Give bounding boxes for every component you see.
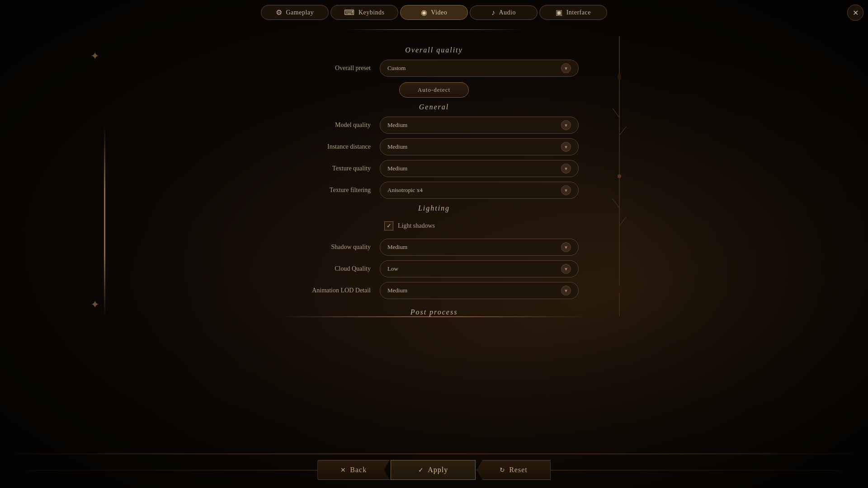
texture-filtering-row: Texture filtering Anisotropic x4 ▼ bbox=[280, 182, 588, 199]
lighting-heading: Lighting bbox=[280, 204, 588, 212]
bottom-buttons: ✕ Back ✓ Apply ↻ Reset bbox=[317, 460, 550, 480]
shadow-quality-row: Shadow quality Medium ▼ bbox=[280, 239, 588, 256]
overall-quality-section: Overall quality Overall preset Custom ▼ … bbox=[280, 46, 588, 98]
cloud-quality-label: Cloud Quality bbox=[289, 265, 380, 272]
animation-lod-value: Medium bbox=[387, 287, 407, 294]
texture-filtering-label: Texture filtering bbox=[289, 187, 380, 194]
settings-panel: Overall quality Overall preset Custom ▼ … bbox=[280, 41, 588, 322]
overall-preset-dropdown[interactable]: Custom ▼ bbox=[380, 60, 579, 77]
svg-line-5 bbox=[619, 217, 626, 226]
shadow-quality-label: Shadow quality bbox=[289, 244, 380, 251]
gameplay-icon: ⚙ bbox=[276, 8, 283, 17]
instance-distance-arrow: ▼ bbox=[561, 142, 571, 152]
tab-video-label: Video bbox=[431, 9, 447, 16]
bottom-left-line bbox=[0, 470, 317, 470]
apply-icon: ✓ bbox=[418, 466, 424, 474]
tab-interface-label: Interface bbox=[566, 9, 591, 16]
light-shadows-checkbox[interactable]: ✓ bbox=[384, 221, 393, 230]
top-nav: ⚙ Gameplay ⌨ Keybinds ◉ Video ♪ Audio ▣ … bbox=[0, 0, 868, 25]
video-icon: ◉ bbox=[421, 8, 428, 17]
tab-keybinds-label: Keybinds bbox=[359, 9, 385, 16]
general-section: General Model quality Medium ▼ Instance … bbox=[280, 103, 588, 199]
animation-lod-arrow: ▼ bbox=[561, 286, 571, 296]
svg-point-1 bbox=[618, 174, 621, 178]
overall-preset-label: Overall preset bbox=[289, 65, 380, 72]
close-icon: ✕ bbox=[853, 9, 859, 17]
tab-gameplay[interactable]: ⚙ Gameplay bbox=[261, 5, 329, 20]
light-shadows-label: Light shadows bbox=[398, 222, 435, 230]
checkmark-icon: ✓ bbox=[387, 222, 392, 230]
tab-keybinds[interactable]: ⌨ Keybinds bbox=[330, 5, 398, 20]
overall-preset-value: Custom bbox=[387, 65, 406, 72]
instance-distance-dropdown[interactable]: Medium ▼ bbox=[380, 138, 579, 155]
tab-audio[interactable]: ♪ Audio bbox=[470, 5, 538, 20]
bottom-right-line bbox=[551, 470, 868, 470]
ornament-top: ✦ bbox=[90, 50, 99, 62]
close-button[interactable]: ✕ bbox=[847, 5, 863, 21]
tab-gameplay-label: Gameplay bbox=[286, 9, 314, 16]
svg-point-6 bbox=[618, 73, 621, 80]
tab-audio-label: Audio bbox=[499, 9, 516, 16]
back-button[interactable]: ✕ Back bbox=[317, 460, 390, 480]
post-process-heading: Post process bbox=[280, 308, 588, 316]
back-icon: ✕ bbox=[340, 466, 346, 474]
ornament-bottom: ✦ bbox=[90, 298, 99, 311]
auto-detect-row: Auto-detect bbox=[280, 82, 588, 98]
audio-icon: ♪ bbox=[491, 9, 495, 17]
right-decoration bbox=[606, 36, 633, 318]
reset-button[interactable]: ↻ Reset bbox=[476, 460, 551, 480]
texture-quality-arrow: ▼ bbox=[561, 164, 571, 174]
reset-label: Reset bbox=[509, 466, 528, 474]
lighting-section: Lighting ✓ Light shadows Shadow quality … bbox=[280, 204, 588, 299]
animation-lod-dropdown[interactable]: Medium ▼ bbox=[380, 282, 579, 299]
shadow-quality-dropdown[interactable]: Medium ▼ bbox=[380, 239, 579, 256]
animation-lod-label: Animation LOD Detail bbox=[289, 287, 380, 294]
model-quality-row: Model quality Medium ▼ bbox=[280, 117, 588, 134]
model-quality-label: Model quality bbox=[289, 122, 380, 129]
keybinds-icon: ⌨ bbox=[344, 8, 355, 17]
overall-preset-arrow: ▼ bbox=[561, 63, 571, 73]
bottom-bar: ✕ Back ✓ Apply ↻ Reset bbox=[0, 452, 868, 488]
general-heading: General bbox=[280, 103, 588, 111]
light-shadows-row: ✓ Light shadows bbox=[280, 218, 588, 234]
svg-line-3 bbox=[619, 127, 626, 136]
texture-filtering-dropdown[interactable]: Anisotropic x4 ▼ bbox=[380, 182, 579, 199]
texture-quality-label: Texture quality bbox=[289, 165, 380, 172]
cloud-quality-dropdown[interactable]: Low ▼ bbox=[380, 260, 579, 277]
left-bar bbox=[104, 127, 105, 316]
shadow-quality-arrow: ▼ bbox=[561, 242, 571, 252]
instance-distance-label: Instance distance bbox=[289, 143, 380, 150]
instance-distance-row: Instance distance Medium ▼ bbox=[280, 138, 588, 155]
cloud-quality-value: Low bbox=[387, 265, 398, 272]
animation-lod-row: Animation LOD Detail Medium ▼ bbox=[280, 282, 588, 299]
svg-line-4 bbox=[613, 199, 619, 208]
model-quality-value: Medium bbox=[387, 122, 407, 129]
tab-video[interactable]: ◉ Video bbox=[400, 5, 468, 20]
model-quality-arrow: ▼ bbox=[561, 120, 571, 130]
post-process-section: Post process bbox=[280, 308, 588, 316]
model-quality-dropdown[interactable]: Medium ▼ bbox=[380, 117, 579, 134]
cloud-quality-arrow: ▼ bbox=[561, 264, 571, 274]
instance-distance-value: Medium bbox=[387, 143, 407, 150]
top-divider bbox=[344, 25, 524, 34]
texture-quality-value: Medium bbox=[387, 165, 407, 172]
overall-quality-heading: Overall quality bbox=[280, 46, 588, 54]
svg-point-7 bbox=[618, 286, 621, 293]
apply-label: Apply bbox=[428, 466, 448, 474]
tab-interface[interactable]: ▣ Interface bbox=[539, 5, 607, 20]
texture-filtering-arrow: ▼ bbox=[561, 185, 571, 195]
svg-line-2 bbox=[613, 108, 619, 117]
texture-quality-dropdown[interactable]: Medium ▼ bbox=[380, 160, 579, 177]
cloud-quality-row: Cloud Quality Low ▼ bbox=[280, 260, 588, 277]
reset-icon: ↻ bbox=[500, 466, 505, 474]
overall-preset-row: Overall preset Custom ▼ bbox=[280, 60, 588, 77]
back-label: Back bbox=[350, 466, 367, 474]
texture-filtering-value: Anisotropic x4 bbox=[387, 187, 423, 194]
apply-button[interactable]: ✓ Apply bbox=[391, 460, 476, 480]
texture-quality-row: Texture quality Medium ▼ bbox=[280, 160, 588, 177]
auto-detect-button[interactable]: Auto-detect bbox=[399, 82, 469, 98]
shadow-quality-value: Medium bbox=[387, 244, 407, 251]
panel-bottom-deco bbox=[280, 316, 588, 317]
interface-icon: ▣ bbox=[556, 8, 563, 17]
